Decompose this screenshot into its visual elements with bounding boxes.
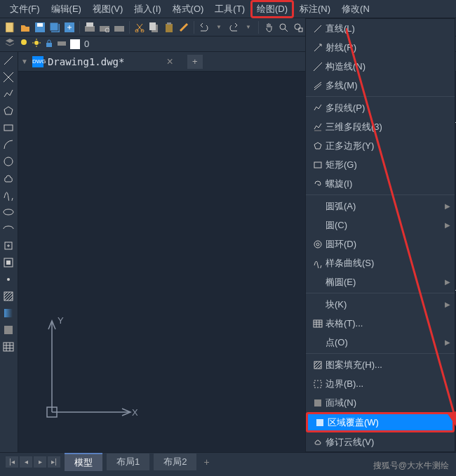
rect-tool-icon[interactable] (3, 122, 15, 135)
new-icon[interactable] (4, 21, 17, 34)
menu-view[interactable]: 视图(V) (87, 0, 128, 18)
menu-format[interactable]: 格式(O) (167, 0, 210, 18)
layer-icon[interactable] (4, 37, 15, 51)
menu-tools[interactable]: 工具(T) (209, 0, 250, 18)
tab-next-icon[interactable]: ▸ (34, 456, 46, 468)
layer-name[interactable]: 0 (84, 39, 89, 49)
copy-icon[interactable] (148, 21, 161, 34)
menu-item-line[interactable]: 直线(L) (306, 19, 455, 38)
menu-item-donut[interactable]: 圆环(D) (306, 234, 455, 253)
open-icon[interactable] (19, 21, 32, 34)
region-tool-icon[interactable] (3, 324, 15, 337)
svg-rect-34 (4, 343, 13, 351)
matchprop-icon[interactable] (177, 21, 190, 34)
save-icon[interactable] (34, 21, 46, 34)
zoomwin-icon[interactable] (292, 21, 304, 34)
redo-dropdown-icon[interactable]: ▼ (242, 21, 255, 34)
menu-item-hatch[interactable]: 图案填充(H)... (306, 355, 455, 374)
ucs-indicator: Y X (39, 310, 138, 424)
menu-annotate[interactable]: 标注(N) (294, 0, 336, 18)
publish-icon[interactable] (113, 21, 126, 34)
saveall-icon[interactable] (48, 21, 61, 34)
draw-menu-dropdown: 直线(L) 射线(R) 构造线(N) 多线(M) 多段线(P) 三维多段线(3)… (305, 18, 455, 452)
new-tab-button[interactable]: + (187, 55, 203, 69)
menu-insert[interactable]: 插入(I) (128, 0, 166, 18)
svg-rect-4 (50, 22, 58, 31)
menu-item-ray[interactable]: 射线(R) (306, 38, 455, 57)
menu-item-mline[interactable]: 多线(M) (306, 76, 455, 95)
menu-item-boundary[interactable]: 边界(B)... (306, 374, 455, 393)
add-layout-icon[interactable]: + (203, 456, 209, 468)
menu-modify[interactable]: 修改(N (336, 0, 375, 18)
export-icon[interactable] (63, 21, 76, 34)
preview-icon[interactable] (98, 21, 111, 34)
draw-palette (0, 52, 18, 452)
wipeout-icon (312, 418, 328, 428)
menu-edit[interactable]: 编辑(E) (46, 0, 87, 18)
arc-tool-icon[interactable] (3, 139, 15, 152)
menu-item-spline[interactable]: 样条曲线(S) (306, 253, 455, 272)
menu-item-arc[interactable]: 圆弧(A)▶ (306, 197, 455, 216)
menu-item-spiral[interactable]: 螺旋(I) (306, 174, 455, 193)
undo-dropdown-icon[interactable]: ▼ (213, 21, 225, 34)
xline-tool-icon[interactable] (3, 72, 15, 84)
layer-color-swatch[interactable] (70, 39, 80, 49)
print-layer-icon[interactable] (58, 39, 66, 49)
sun-icon[interactable] (32, 39, 41, 49)
cut-icon[interactable] (133, 21, 146, 34)
zoom-icon[interactable] (277, 21, 290, 34)
paste-icon[interactable] (163, 21, 175, 34)
menu-item-3dpoly[interactable]: 三维多段线(3) (306, 117, 455, 136)
menu-item-point[interactable]: 点(O)▶ (306, 333, 455, 352)
block-tool-icon[interactable] (3, 257, 15, 270)
tab-first-icon[interactable]: |◂ (6, 456, 18, 468)
menu-item-xline[interactable]: 构造线(N) (306, 57, 455, 76)
svg-point-21 (34, 41, 39, 45)
pline-tool-icon[interactable] (3, 88, 15, 101)
plot-icon[interactable] (83, 21, 96, 34)
menu-item-ellipse[interactable]: 椭圆(E)▶ (306, 272, 455, 291)
spline-icon (310, 258, 326, 268)
document-tab[interactable]: Drawing1.dwg* (48, 56, 125, 67)
lock-icon[interactable] (45, 39, 53, 49)
menu-item-pline[interactable]: 多段线(P) (306, 98, 455, 117)
watermark-text: 搜狐号@大水牛测绘 (373, 460, 449, 472)
redo-icon[interactable] (227, 21, 240, 34)
menu-item-circle[interactable]: 圆(C)▶ (306, 216, 455, 234)
gradient-tool-icon[interactable] (3, 308, 15, 320)
table-tool-icon[interactable] (3, 341, 15, 354)
undo-icon[interactable] (198, 21, 210, 34)
hatch-tool-icon[interactable] (3, 291, 15, 303)
menu-item-region[interactable]: 面域(N) (306, 393, 455, 412)
tab-prev-icon[interactable]: ◂ (20, 456, 32, 468)
circle-tool-icon[interactable] (3, 156, 15, 168)
revcloud-tool-icon[interactable] (3, 173, 15, 185)
3dpoly-icon (310, 122, 326, 132)
bulb-icon[interactable] (20, 39, 28, 49)
layout1-tab[interactable]: 布局1 (107, 454, 149, 470)
close-tab-icon[interactable]: × (166, 55, 173, 68)
menu-item-table[interactable]: 表格(T)... (306, 314, 455, 333)
menu-item-polygon[interactable]: 正多边形(Y) (306, 136, 455, 155)
insert-tool-icon[interactable] (3, 240, 15, 253)
point-tool-icon[interactable] (3, 274, 15, 286)
ellipse-tool-icon[interactable] (3, 206, 15, 219)
tab-last-icon[interactable]: ▸| (48, 456, 60, 468)
menu-draw[interactable]: 绘图(D) (250, 0, 294, 18)
menu-item-block[interactable]: 块(K)▶ (306, 295, 455, 314)
menu-item-revcloud[interactable]: 修订云线(V) (306, 432, 455, 451)
svg-point-25 (4, 157, 13, 166)
menu-file[interactable]: 文件(F) (4, 0, 46, 18)
model-tab[interactable]: 模型 (65, 453, 102, 471)
layout2-tab[interactable]: 布局2 (154, 454, 196, 470)
submenu-arrow-icon: ▶ (445, 300, 450, 308)
polygon-tool-icon[interactable] (3, 105, 15, 118)
ellipsearc-tool-icon[interactable] (3, 223, 15, 236)
line-tool-icon[interactable] (3, 55, 15, 67)
menu-item-wipeout[interactable]: 区域覆盖(W) (306, 412, 455, 432)
mline-icon (310, 81, 326, 91)
tab-menu-icon[interactable]: ▼ (21, 58, 28, 65)
menu-item-rectangle[interactable]: 矩形(G) (306, 155, 455, 174)
pan-icon[interactable] (262, 21, 275, 34)
spline-tool-icon[interactable] (3, 190, 15, 202)
